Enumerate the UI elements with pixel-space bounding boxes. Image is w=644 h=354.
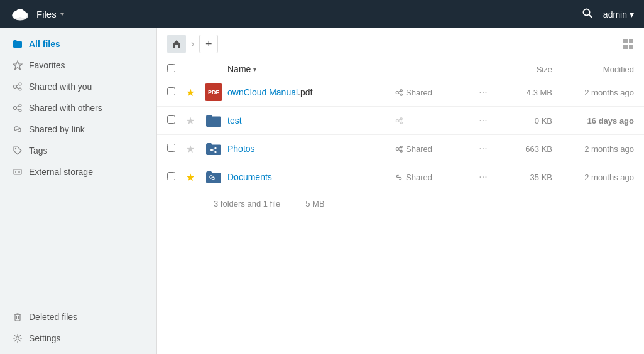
sidebar-item-all-files[interactable]: All files <box>0 33 156 55</box>
sidebar-item-settings[interactable]: Settings <box>0 328 156 349</box>
row2-check <box>167 115 186 126</box>
user-menu[interactable]: admin ▾ <box>603 9 634 19</box>
svg-point-3 <box>16 9 25 17</box>
svg-point-50 <box>400 150 402 152</box>
svg-point-19 <box>15 148 16 149</box>
row4-size-value: 35 KB <box>530 173 552 182</box>
svg-point-14 <box>19 104 21 107</box>
svg-line-12 <box>16 87 19 88</box>
svg-point-5 <box>583 9 589 16</box>
home-button[interactable] <box>167 35 186 53</box>
row4-shared: Shared <box>395 173 471 182</box>
row3-shared-label: Shared <box>406 144 432 154</box>
row4-modified: 2 months ago <box>552 173 634 182</box>
svg-point-21 <box>15 171 16 173</box>
table-row: ★ <box>157 135 644 163</box>
row3-more-button[interactable]: ··· <box>475 142 491 156</box>
svg-point-48 <box>396 148 398 150</box>
table-row: ★ PDF ownCloud Manual.pdf Sha <box>157 78 644 107</box>
sidebar-item-deleted-files[interactable]: Deleted files <box>0 306 156 328</box>
row2-modified: 16 days ago <box>552 116 634 126</box>
star-icon <box>13 60 23 70</box>
link-icon <box>13 124 23 134</box>
row1-favorite[interactable]: ★ <box>186 87 205 99</box>
svg-point-9 <box>19 83 21 85</box>
svg-rect-31 <box>623 45 628 49</box>
svg-rect-23 <box>15 314 20 321</box>
row3-favorite[interactable]: ★ <box>186 143 205 155</box>
row1-checkbox[interactable] <box>167 87 175 95</box>
row3-shared: Shared <box>395 144 471 154</box>
row4-more-button[interactable]: ··· <box>475 170 491 184</box>
row2-actions[interactable]: ··· <box>471 114 496 127</box>
search-button[interactable] <box>582 8 593 21</box>
sidebar-item-shared-with-you[interactable]: Shared with you <box>0 76 156 97</box>
sidebar-item-favorites[interactable]: Favorites <box>0 55 156 76</box>
svg-point-13 <box>14 107 17 110</box>
row4-actions[interactable]: ··· <box>471 170 496 184</box>
row2-size: 0 KB <box>496 116 552 126</box>
row1-more-button[interactable]: ··· <box>475 85 491 99</box>
table-row: ★ Documents <box>157 163 644 191</box>
sidebar-bottom: Deleted files Settings <box>0 301 156 354</box>
header-check <box>167 64 186 74</box>
add-button[interactable]: + <box>199 35 218 53</box>
files-menu[interactable]: Files <box>36 9 65 19</box>
row1-shared: Shared <box>395 88 471 97</box>
row4-filename-link[interactable]: Documents <box>227 172 272 182</box>
search-icon <box>582 8 593 19</box>
row3-filename-link[interactable]: Photos <box>227 144 255 154</box>
row2-name: test <box>227 115 395 126</box>
sidebar-item-shared-with-others[interactable]: Shared with others <box>0 97 156 119</box>
sidebar-label-external-storage: External storage <box>29 167 93 177</box>
topbar-left: Files <box>10 4 65 24</box>
sidebar-label-all-files: All files <box>29 39 60 49</box>
grid-view-button[interactable] <box>623 38 634 50</box>
row3-checkbox[interactable] <box>167 144 175 152</box>
sidebar-item-shared-by-link[interactable]: Shared by link <box>0 119 156 140</box>
favorite-empty-star-icon: ★ <box>186 143 195 155</box>
row4-modified-value: 2 months ago <box>584 173 634 182</box>
name-label: Name <box>227 64 251 74</box>
row1-actions[interactable]: ··· <box>471 85 496 99</box>
favorite-empty-star-icon: ★ <box>186 115 195 127</box>
home-icon <box>172 40 181 48</box>
row1-check <box>167 87 186 97</box>
folder-closed-icon <box>13 39 23 49</box>
file-footer: 3 folders and 1 file 5 MB <box>157 191 644 216</box>
row3-actions[interactable]: ··· <box>471 142 496 156</box>
sidebar-label-shared-with-others: Shared with others <box>29 103 102 113</box>
add-label: + <box>205 38 212 51</box>
table-header: Name ▾ Size Modified <box>157 60 644 78</box>
content-area: ★ PDF ownCloud Manual.pdf Sha <box>157 78 644 354</box>
row4-favorite[interactable]: ★ <box>186 171 205 183</box>
favorite-star-icon: ★ <box>186 171 195 183</box>
svg-line-37 <box>398 93 400 94</box>
row2-filename-link[interactable]: test <box>227 115 242 126</box>
svg-point-40 <box>400 122 402 124</box>
row1-filename-link[interactable]: ownCloud Manual <box>227 87 298 97</box>
size-label: Size <box>537 65 552 74</box>
row4-size: 35 KB <box>496 173 552 182</box>
svg-line-42 <box>398 121 400 122</box>
user-dropdown-icon: ▾ <box>630 9 634 19</box>
sort-arrow-icon: ▾ <box>253 66 256 73</box>
sidebar-item-tags[interactable]: Tags <box>0 140 156 161</box>
user-label: admin <box>603 9 627 19</box>
share-in-icon <box>13 82 23 92</box>
row2-more-button[interactable]: ··· <box>475 114 491 127</box>
main-layout: All files Favorites Shared with you <box>0 28 644 354</box>
row2-checkbox[interactable] <box>167 115 175 124</box>
svg-point-49 <box>400 146 402 148</box>
select-all-checkbox[interactable] <box>167 64 175 72</box>
row2-favorite[interactable]: ★ <box>186 115 205 127</box>
row4-checkbox[interactable] <box>167 172 175 180</box>
svg-rect-30 <box>629 39 633 43</box>
svg-point-28 <box>16 337 19 340</box>
header-name[interactable]: Name ▾ <box>227 64 395 74</box>
header-size: Size <box>496 65 552 74</box>
svg-point-45 <box>214 151 216 153</box>
sidebar-label-favorites: Favorites <box>29 60 65 70</box>
footer-size: 5 MB <box>305 199 324 208</box>
sidebar-item-external-storage[interactable]: External storage <box>0 161 156 183</box>
